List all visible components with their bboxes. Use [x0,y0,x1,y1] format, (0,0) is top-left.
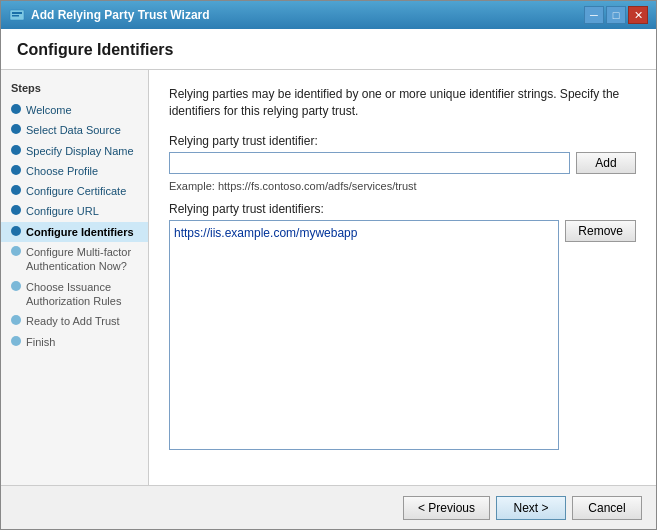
example-text: Example: https://fs.contoso.com/adfs/ser… [169,180,636,192]
main-panel: Relying parties may be identified by one… [149,70,656,485]
title-bar-left: Add Relying Party Trust Wizard [9,7,210,23]
next-button[interactable]: Next > [496,496,566,520]
sidebar-item-choose-profile[interactable]: Choose Profile [1,161,148,181]
maximize-button[interactable]: □ [606,6,626,24]
sidebar-label-choose-profile: Choose Profile [26,164,98,178]
sidebar-item-configure-certificate[interactable]: Configure Certificate [1,181,148,201]
sidebar-label-ready-to-add: Ready to Add Trust [26,314,120,328]
title-bar: Add Relying Party Trust Wizard ─ □ ✕ [1,1,656,29]
identifiers-row: https://iis.example.com/mywebapp Remove [169,220,636,450]
step-dot-configure-url [11,205,21,215]
sidebar-label-welcome: Welcome [26,103,72,117]
identifier-label: Relying party trust identifier: [169,134,636,148]
identifiers-label: Relying party trust identifiers: [169,202,636,216]
sidebar-item-configure-url[interactable]: Configure URL [1,201,148,221]
sidebar-item-choose-issuance[interactable]: Choose Issuance Authorization Rules [1,277,148,312]
cancel-button[interactable]: Cancel [572,496,642,520]
window-icon [9,7,25,23]
intro-text: Relying parties may be identified by one… [169,86,636,120]
main-window: Add Relying Party Trust Wizard ─ □ ✕ Con… [0,0,657,530]
step-dot-finish [11,336,21,346]
step-dot-welcome [11,104,21,114]
sidebar-item-ready-to-add[interactable]: Ready to Add Trust [1,311,148,331]
step-dot-specify-display-name [11,145,21,155]
sidebar-label-configure-identifiers: Configure Identifiers [26,225,134,239]
page-title: Configure Identifiers [17,41,173,58]
svg-rect-2 [12,15,19,17]
previous-button[interactable]: < Previous [403,496,490,520]
minimize-button[interactable]: ─ [584,6,604,24]
page-header: Configure Identifiers [1,29,656,70]
title-bar-controls: ─ □ ✕ [584,6,648,24]
svg-rect-1 [12,12,22,14]
sidebar-item-configure-mfa[interactable]: Configure Multi-factor Authentication No… [1,242,148,277]
step-dot-configure-mfa [11,246,21,256]
identifier-input-row: Add [169,152,636,174]
add-button[interactable]: Add [576,152,636,174]
remove-button[interactable]: Remove [565,220,636,242]
step-dot-configure-identifiers [11,226,21,236]
sidebar-item-specify-display-name[interactable]: Specify Display Name [1,141,148,161]
identifier-entry: https://iis.example.com/mywebapp [174,225,554,242]
sidebar-label-specify-display-name: Specify Display Name [26,144,134,158]
sidebar-label-configure-certificate: Configure Certificate [26,184,126,198]
sidebar-item-configure-identifiers[interactable]: Configure Identifiers [1,222,148,242]
steps-label: Steps [1,82,148,100]
sidebar-label-select-data-source: Select Data Source [26,123,121,137]
step-dot-choose-profile [11,165,21,175]
sidebar-item-finish[interactable]: Finish [1,332,148,352]
sidebar-label-configure-mfa: Configure Multi-factor Authentication No… [26,245,138,274]
sidebar-item-select-data-source[interactable]: Select Data Source [1,120,148,140]
identifier-input[interactable] [169,152,570,174]
step-dot-select-data-source [11,124,21,134]
window-title: Add Relying Party Trust Wizard [31,8,210,22]
sidebar-item-welcome[interactable]: Welcome [1,100,148,120]
sidebar-label-choose-issuance: Choose Issuance Authorization Rules [26,280,138,309]
step-dot-ready-to-add [11,315,21,325]
sidebar: Steps Welcome Select Data Source Specify… [1,70,149,485]
footer: < Previous Next > Cancel [1,485,656,529]
sidebar-label-configure-url: Configure URL [26,204,99,218]
step-dot-choose-issuance [11,281,21,291]
step-dot-configure-certificate [11,185,21,195]
sidebar-label-finish: Finish [26,335,55,349]
content-area: Steps Welcome Select Data Source Specify… [1,70,656,485]
close-button[interactable]: ✕ [628,6,648,24]
identifiers-box[interactable]: https://iis.example.com/mywebapp [169,220,559,450]
